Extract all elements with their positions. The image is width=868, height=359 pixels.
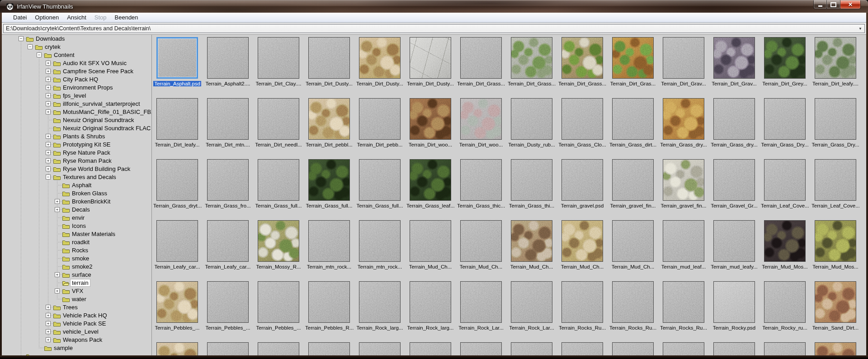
thumbnail-caption: Terrain_Rocks_Ru...	[557, 325, 607, 331]
expander-plus-icon[interactable]: +	[46, 77, 51, 82]
menu-item-stop[interactable]: Stop	[90, 13, 111, 22]
tree-item-vehicle-level[interactable]: +vehicle_Level	[2, 328, 151, 336]
tree-item-icons[interactable]: Icons	[2, 222, 151, 230]
menu-item-beenden[interactable]: Beenden	[111, 13, 142, 22]
maximize-button[interactable]	[827, 0, 840, 9]
expander-minus-icon[interactable]: −	[28, 44, 33, 49]
tree-item-label: Asphalt	[71, 182, 93, 189]
expander-plus-icon[interactable]: +	[46, 61, 51, 66]
thumbnail-image	[815, 342, 856, 355]
tree-item-plants-shrubs[interactable]: +Plants & Shrubs	[2, 132, 151, 141]
tree-item-campfire-scene-free-pack[interactable]: +Campfire Scene Free Pack	[2, 67, 151, 76]
expander-plus-icon[interactable]: +	[46, 142, 51, 147]
tree-item-roadkit[interactable]: roadkit	[2, 238, 151, 246]
expander-plus-icon[interactable]: +	[46, 85, 51, 90]
tree-item-smoke[interactable]: smoke	[2, 255, 151, 263]
tree-item-smoke2[interactable]: smoke2	[2, 263, 151, 271]
menu-item-ansicht[interactable]: Ansicht	[63, 13, 90, 22]
thumbnail-label: Terrain_Asphalt.psd	[153, 81, 201, 86]
tree-item-label: vehicle_Level	[61, 328, 100, 335]
thumbnail-image	[460, 220, 502, 262]
tree-item-sample[interactable]: sample	[2, 344, 151, 352]
expander-plus-icon[interactable]: +	[46, 305, 51, 310]
tree-item-fps-level[interactable]: +fps_level	[2, 92, 151, 100]
tree-connector	[57, 258, 62, 259]
expander-plus-icon[interactable]: +	[46, 166, 51, 171]
thumbnail-caption: Terrain_Grass_leaf...	[406, 203, 455, 208]
tree-item-trees[interactable]: +Trees	[2, 303, 151, 312]
thumbnail-label: Terrain_Dirt_Grav...	[660, 81, 707, 86]
tree-item-motusmanc-rifle-01-basic-fbx[interactable]: +MotusManC_Rifle_01_BASIC_FBX	[2, 108, 151, 116]
expander-plus-icon[interactable]: +	[46, 158, 51, 163]
tree-item-crytek[interactable]: −crytek	[2, 43, 151, 51]
tree-item-vehicle-pack-hq[interactable]: +Vehicle Pack HQ	[2, 312, 151, 320]
menu-item-optionen[interactable]: Optionen	[31, 13, 63, 22]
chevron-down-icon[interactable]: ▼	[856, 27, 864, 31]
tree-item-envir[interactable]: envir	[2, 214, 151, 222]
thumbnail-image	[359, 37, 401, 79]
address-combobox[interactable]: E:\Downloads\crytek\Content\Textures and…	[3, 24, 865, 33]
minimize-button[interactable]	[813, 0, 827, 9]
tree-item-prototyping-kit-se[interactable]: +Prototyping Kit SE	[2, 141, 151, 149]
expander-plus-icon[interactable]: +	[46, 321, 51, 326]
expander-plus-icon[interactable]: +	[55, 288, 60, 293]
tree-item-weapons-pack[interactable]: +Weapons Pack	[2, 336, 151, 344]
thumbnail-label: Terrain_Rocks_Ru...	[558, 325, 607, 331]
tree-item-audio-kit-sfx-vo-music[interactable]: +Audio Kit SFX VO Music	[2, 59, 151, 67]
tree-item-ryse-roman-pack[interactable]: +Ryse Roman Pack	[2, 157, 151, 165]
expander-plus-icon[interactable]: +	[46, 69, 51, 74]
tree-item-broken-glass[interactable]: Broken Glass	[2, 189, 151, 198]
tree-item-downloads[interactable]: −Downloads	[2, 35, 151, 43]
tree-item-brokenbrickkit[interactable]: +BrokenBrickKit	[2, 198, 151, 206]
thumbnail-label: Terrain_Rocks_Ru...	[659, 325, 708, 331]
tree-item-water[interactable]: water	[2, 295, 151, 303]
tree-item-nexuiz-original-soundtrack[interactable]: Nexuiz Original Soundtrack	[2, 116, 151, 124]
expander-minus-icon[interactable]: −	[19, 36, 24, 41]
thumbnail-caption: Terrain_Grass_Dry...	[811, 142, 860, 147]
expander-plus-icon[interactable]: +	[55, 272, 60, 277]
tree-item-ryse-world-building-pack[interactable]: +Ryse World Building Pack	[2, 165, 151, 173]
thumbnail-label: Terrain_Dusty_rub...	[507, 142, 556, 147]
folder-icon	[62, 272, 70, 278]
expander-plus-icon[interactable]: +	[46, 101, 51, 106]
tree-item-master-materials[interactable]: Master Materials	[2, 230, 151, 238]
expander-plus-icon[interactable]: +	[46, 337, 51, 342]
tree-item-textures-and-decals[interactable]: −Textures and Decals	[2, 173, 151, 181]
close-button[interactable]: ✕	[840, 0, 861, 9]
tree-item-terrain[interactable]: terrain	[2, 279, 151, 287]
expander-plus-icon[interactable]: +	[55, 207, 60, 212]
tree-item-ryse-nature-pack[interactable]: +Ryse Nature Pack	[2, 149, 151, 157]
tree-item-decals[interactable]: +Decals	[2, 206, 151, 214]
thumbnail-caption: Terrain_Grass_full...	[254, 203, 303, 208]
expander-plus-icon[interactable]: +	[46, 329, 51, 334]
expander-plus-icon[interactable]: +	[46, 109, 51, 114]
tree-item-rocks[interactable]: Rocks	[2, 246, 151, 255]
folder-icon	[53, 60, 61, 66]
expander-plus-icon[interactable]: +	[55, 199, 60, 204]
thumbnail-label: Terrain_Dirt_Grass...	[557, 81, 607, 86]
tree-item-vehicle-pack-se[interactable]: +Vehicle Pack SE	[2, 320, 151, 328]
tree-item-surface[interactable]: +surface	[2, 271, 151, 279]
address-input[interactable]: E:\Downloads\crytek\Content\Textures and…	[6, 25, 856, 32]
tree-item-nexuiz-original-soundtrack-flac[interactable]: Nexuiz Original Soundtrack FLAC	[2, 124, 151, 132]
thumbnail-image	[308, 98, 350, 140]
tree-item-partial[interactable]	[2, 352, 151, 355]
expander-plus-icon[interactable]: +	[46, 134, 51, 139]
tree-item-environment-props[interactable]: +Environment Props	[2, 84, 151, 92]
thumbnail-image	[156, 220, 198, 262]
thumbnail-label: Terrain_Leafy_car...	[153, 264, 201, 269]
tree-item-illfonic-survival-starterproject[interactable]: +illfonic_survival_starterproject	[2, 100, 151, 108]
menu-item-datei[interactable]: Datei	[9, 13, 31, 22]
tree-item-city-pack-hq[interactable]: +City Pack HQ	[2, 76, 151, 84]
expander-plus-icon[interactable]: +	[46, 93, 51, 98]
thumbnail-caption: Terrain_mtn_rock...	[355, 264, 405, 269]
expander-plus-icon[interactable]: +	[46, 150, 51, 155]
expander-minus-icon[interactable]: −	[37, 52, 42, 57]
tree-item-vfx[interactable]: +VFX	[2, 287, 151, 295]
tree-item-content[interactable]: −Content	[2, 51, 151, 59]
thumbnail-caption: Terrain_Leafy_car...	[203, 264, 253, 269]
tree-item-asphalt[interactable]: Asphalt	[2, 181, 151, 189]
expander-minus-icon[interactable]: −	[46, 175, 51, 180]
thumbnail-image	[410, 281, 451, 323]
expander-plus-icon[interactable]: +	[46, 313, 51, 318]
